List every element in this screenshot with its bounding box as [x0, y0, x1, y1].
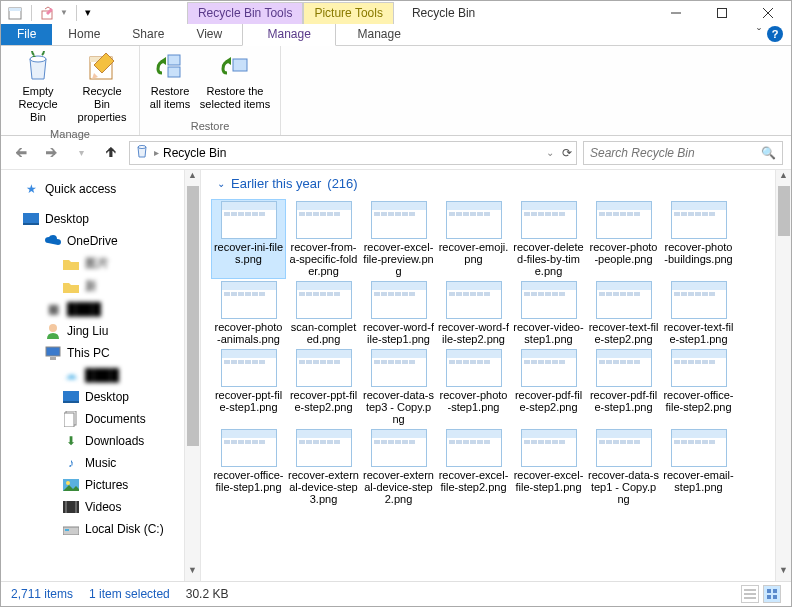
file-item[interactable]: recover-pdf-file-step2.png: [511, 347, 586, 427]
maximize-button[interactable]: [699, 1, 745, 24]
view-details-button[interactable]: [741, 585, 759, 603]
tab-share[interactable]: Share: [116, 24, 180, 45]
ctx-tab-recycle[interactable]: Recycle Bin Tools: [187, 2, 304, 24]
tab-view[interactable]: View: [180, 24, 238, 45]
file-thumbnail: [221, 201, 277, 239]
restore-selected-button[interactable]: Restore the selected items: [196, 49, 274, 113]
file-item[interactable]: recover-external-device-step3.png: [286, 427, 361, 507]
file-thumbnail: [446, 349, 502, 387]
file-item[interactable]: recover-word-file-step1.png: [361, 279, 436, 347]
nav-downloads[interactable]: ⬇ Downloads: [5, 430, 200, 452]
nav-folder-1[interactable]: 图片: [5, 252, 200, 275]
scroll-down-icon[interactable]: ▼: [185, 565, 200, 581]
file-item[interactable]: scan-completed.png: [286, 279, 361, 347]
file-item[interactable]: recover-photo-buildings.png: [661, 199, 736, 279]
file-thumbnail: [671, 429, 727, 467]
scroll-up-icon[interactable]: ▲: [776, 170, 791, 186]
nav-scroll-thumb[interactable]: [187, 186, 199, 446]
qat-overflow[interactable]: ▾: [85, 6, 91, 19]
address-box[interactable]: ▸ Recycle Bin ⌄ ⟳: [129, 141, 577, 165]
file-item[interactable]: recover-from-a-specific-folder.png: [286, 199, 361, 279]
tab-home[interactable]: Home: [52, 24, 116, 45]
file-item[interactable]: recover-video-step1.png: [511, 279, 586, 347]
file-item[interactable]: recover-deleted-files-by-time.png: [511, 199, 586, 279]
file-name: recover-office-file-step1.png: [213, 469, 284, 493]
close-button[interactable]: [745, 1, 791, 24]
chevron-down-icon[interactable]: ⌄: [217, 178, 225, 189]
nav-scrollbar[interactable]: ▲ ▼: [184, 170, 200, 581]
file-item[interactable]: recover-photo-step1.png: [436, 347, 511, 427]
nav-documents[interactable]: Documents: [5, 408, 200, 430]
qat-dropdown[interactable]: ▼: [60, 8, 68, 17]
breadcrumb-location[interactable]: Recycle Bin: [163, 146, 226, 160]
nav-folder-2[interactable]: 新: [5, 275, 200, 298]
nav-blurred-item[interactable]: ☁████: [5, 364, 200, 386]
folder-icon: [63, 279, 79, 295]
file-item[interactable]: recover-excel-file-preview.png: [361, 199, 436, 279]
file-item[interactable]: recover-photo-people.png: [586, 199, 661, 279]
file-item[interactable]: recover-excel-file-step1.png: [511, 427, 586, 507]
scroll-down-icon[interactable]: ▼: [776, 565, 791, 581]
desktop-icon: [63, 389, 79, 405]
nav-onedrive[interactable]: OneDrive: [5, 230, 200, 252]
nav-desktop[interactable]: Desktop: [5, 208, 200, 230]
nav-this-pc[interactable]: This PC: [5, 342, 200, 364]
file-item[interactable]: recover-pdf-file-step1.png: [586, 347, 661, 427]
nav-back[interactable]: 🡰: [9, 141, 33, 165]
minimize-button[interactable]: [653, 1, 699, 24]
recycle-bin-properties-button[interactable]: Recycle Bin properties: [71, 49, 133, 126]
tab-manage-recycle[interactable]: Manage: [242, 24, 336, 46]
file-item[interactable]: recover-email-step1.png: [661, 427, 736, 507]
file-item[interactable]: recover-text-file-step2.png: [586, 279, 661, 347]
file-thumbnail: [446, 201, 502, 239]
help-icon[interactable]: ?: [767, 26, 783, 42]
file-item[interactable]: recover-ppt-file-step1.png: [211, 347, 286, 427]
svg-rect-1: [9, 8, 21, 11]
file-item[interactable]: recover-data-step1 - Copy.png: [586, 427, 661, 507]
nav-local-disk[interactable]: Local Disk (C:): [5, 518, 200, 540]
tab-manage-picture[interactable]: Manage: [336, 24, 422, 45]
nav-music[interactable]: ♪ Music: [5, 452, 200, 474]
search-input[interactable]: [590, 146, 776, 160]
ctx-tab-picture[interactable]: Picture Tools: [303, 2, 393, 24]
nav-desktop-2[interactable]: Desktop: [5, 386, 200, 408]
search-box[interactable]: 🔍: [583, 141, 783, 165]
properties-icon[interactable]: [40, 5, 56, 21]
file-item[interactable]: recover-word-file-step2.png: [436, 279, 511, 347]
nav-blurred-item[interactable]: ▦████: [5, 298, 200, 320]
file-item[interactable]: recover-data-step3 - Copy.png: [361, 347, 436, 427]
breadcrumb-chevron[interactable]: ▸: [154, 147, 159, 158]
view-icons-button[interactable]: [763, 585, 781, 603]
nav-up[interactable]: 🡱: [99, 141, 123, 165]
file-item[interactable]: recover-external-device-step2.png: [361, 427, 436, 507]
file-thumbnail: [221, 429, 277, 467]
restore-all-button[interactable]: Restore all items: [146, 49, 194, 113]
tab-file[interactable]: File: [1, 24, 52, 45]
file-thumbnail: [596, 281, 652, 319]
content-scrollbar[interactable]: ▲ ▼: [775, 170, 791, 581]
file-item[interactable]: recover-text-file-step1.png: [661, 279, 736, 347]
nav-user[interactable]: Jing Liu: [5, 320, 200, 342]
file-item[interactable]: recover-ini-files.png: [211, 199, 286, 279]
file-item[interactable]: recover-office-file-step1.png: [211, 427, 286, 507]
content-scroll-thumb[interactable]: [778, 186, 790, 236]
nav-pictures[interactable]: Pictures: [5, 474, 200, 496]
file-item[interactable]: recover-ppt-file-step2.png: [286, 347, 361, 427]
file-item[interactable]: recover-excel-file-step2.png: [436, 427, 511, 507]
generic-icon: ▦: [45, 301, 61, 317]
address-dropdown[interactable]: ⌄: [546, 147, 554, 158]
group-header[interactable]: ⌄ Earlier this year (216): [201, 170, 791, 199]
file-item[interactable]: recover-emoji.png: [436, 199, 511, 279]
ribbon-group-manage: Empty Recycle Bin Recycle Bin properties…: [1, 46, 140, 135]
file-thumbnail: [296, 201, 352, 239]
nav-quick-access[interactable]: ★ Quick access: [5, 178, 200, 200]
search-icon[interactable]: 🔍: [761, 146, 776, 160]
scroll-up-icon[interactable]: ▲: [185, 170, 200, 186]
nav-videos[interactable]: Videos: [5, 496, 200, 518]
refresh-icon[interactable]: ⟳: [562, 146, 572, 160]
file-item[interactable]: recover-office-file-step2.png: [661, 347, 736, 427]
empty-recycle-bin-button[interactable]: Empty Recycle Bin: [7, 49, 69, 126]
file-item[interactable]: recover-photo-animals.png: [211, 279, 286, 347]
ribbon-collapse[interactable]: ˇ: [751, 24, 767, 45]
nav-history-dropdown[interactable]: ▾: [69, 141, 93, 165]
